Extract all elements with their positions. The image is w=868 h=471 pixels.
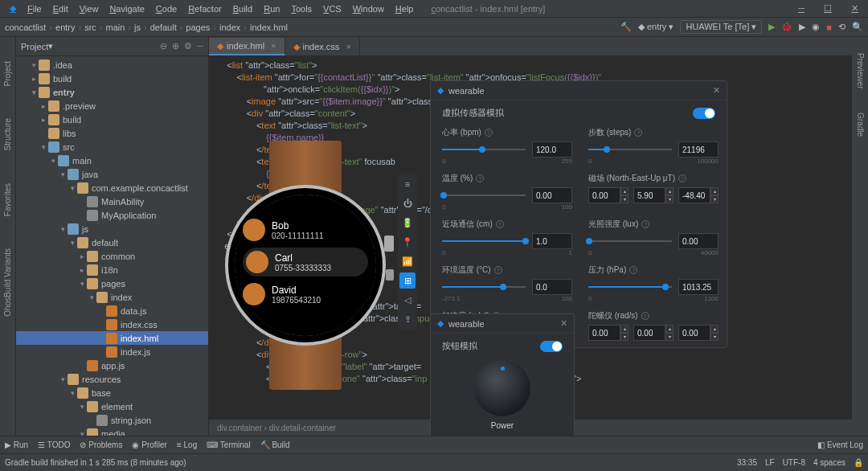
project-tree[interactable]: ▾.idea▸build▾entry▸.preview▸buildlibs▾sr… (16, 56, 208, 436)
info-icon[interactable]: ? (634, 129, 642, 137)
sensor-slider[interactable] (442, 145, 526, 154)
contact-row[interactable]: Bob020-11111111 (243, 219, 368, 241)
project-title[interactable]: Project (21, 42, 48, 51)
menu-refactor[interactable]: Refactor (183, 2, 227, 15)
rail-structure[interactable]: Structure (3, 118, 12, 151)
tree-node[interactable]: libs (16, 126, 208, 140)
tree-node[interactable]: ▾main (16, 154, 208, 167)
crumb[interactable]: main (106, 23, 125, 32)
tree-node[interactable]: ▾.idea (16, 58, 208, 72)
info-icon[interactable]: ? (496, 220, 504, 228)
run-config-dropdown[interactable]: ◆ entry ▾ (638, 22, 674, 32)
tool-run[interactable]: ▶ Run (5, 440, 28, 449)
watch-crown[interactable] (384, 236, 394, 252)
sensor-slider[interactable] (442, 236, 526, 246)
tree-node[interactable]: ▾js (16, 222, 208, 236)
profile-icon[interactable]: ◉ (812, 22, 820, 32)
tree-node[interactable]: app.js (16, 358, 208, 372)
emul-back-icon[interactable]: ◁ (399, 292, 416, 308)
button-toggle[interactable] (540, 341, 563, 352)
run-icon[interactable]: ▶ (768, 22, 775, 32)
info-icon[interactable]: ? (494, 266, 502, 274)
tree-node[interactable]: ▸build (16, 72, 208, 85)
tree-node[interactable]: ▾default (16, 236, 208, 249)
tree-node[interactable]: ▾media (16, 427, 208, 436)
menu-tools[interactable]: Tools (286, 2, 317, 15)
collapse-icon[interactable]: ⊖ (160, 41, 167, 51)
tool-build[interactable]: 🔨 Build (260, 440, 290, 449)
menu-help[interactable]: Help (391, 2, 419, 15)
event-log-button[interactable]: ◧ Event Log (817, 440, 863, 449)
sensor-panel-close[interactable]: ✕ (713, 85, 720, 96)
crumb[interactable]: index.hml (250, 23, 288, 32)
tree-node[interactable]: MainAbility (16, 195, 208, 208)
contact-row[interactable]: Carl0755-33333333 (243, 248, 368, 276)
tree-node[interactable]: ▾element (16, 399, 208, 413)
tree-node[interactable]: index.js (16, 345, 208, 358)
tree-node[interactable]: ▾pages (16, 276, 208, 290)
status-indent[interactable]: 4 spaces (813, 458, 845, 467)
rail-previewer[interactable]: Previewer (856, 53, 865, 88)
target-icon[interactable]: ⊕ (172, 41, 179, 51)
tree-node[interactable]: ▸.preview (16, 99, 208, 113)
emul-battery-icon[interactable]: 🔋 (399, 215, 416, 231)
menu-run[interactable]: Run (259, 2, 285, 15)
sensor-value-input[interactable]: 1013.25 (678, 279, 719, 295)
power-dial[interactable] (474, 360, 530, 416)
tree-node[interactable]: MyApplication (16, 208, 208, 222)
tree-node[interactable]: string.json (16, 413, 208, 427)
sensor-spinner[interactable]: 0.00▴▾ (678, 325, 719, 341)
sensor-spinner[interactable]: -48.40▴▾ (678, 187, 719, 203)
tree-node[interactable]: ▸common (16, 249, 208, 263)
tool-todo[interactable]: ☰ TODO (38, 440, 70, 449)
info-icon[interactable]: ? (678, 174, 686, 182)
sensor-value-input[interactable]: 0.00 (678, 233, 719, 249)
editor-tab[interactable]: ◆index.css× (285, 38, 360, 55)
emul-wifi-icon[interactable]: 📶 (399, 253, 416, 269)
tree-node[interactable]: ▾index (16, 290, 208, 304)
sensor-slider[interactable] (442, 190, 526, 200)
info-icon[interactable]: ? (485, 129, 493, 137)
menu-view[interactable]: View (75, 2, 104, 15)
crumb[interactable]: concactlist (5, 23, 46, 32)
close-tab-icon[interactable]: × (346, 42, 350, 51)
menu-build[interactable]: Build (228, 2, 257, 15)
tree-node[interactable]: ▾java (16, 167, 208, 181)
emul-share-icon[interactable]: ⇪ (399, 311, 416, 327)
button-panel-close[interactable]: ✕ (560, 318, 567, 329)
sensor-value-input[interactable]: 21196 (678, 141, 719, 158)
sensor-slider[interactable] (588, 236, 672, 246)
sensor-toggle[interactable] (693, 108, 715, 119)
tree-node[interactable]: data.js (16, 304, 208, 317)
editor-tab[interactable]: ◆index.hml× (209, 38, 285, 55)
rail-gradle[interactable]: Gradle (856, 113, 865, 137)
device-dropdown[interactable]: HUAWEI Te [Te] ▾ (680, 20, 762, 34)
tree-node[interactable]: ▸build (16, 113, 208, 126)
sensor-value-input[interactable]: 0.00 (532, 187, 572, 203)
search-icon[interactable]: 🔍 (852, 22, 863, 32)
sensor-value-input[interactable]: 120.0 (532, 141, 572, 158)
sync-icon[interactable]: ⟲ (838, 22, 845, 32)
sensor-slider[interactable] (588, 145, 672, 154)
tool-log[interactable]: ≡ Log (177, 440, 197, 449)
menu-navigate[interactable]: Navigate (104, 2, 149, 15)
crumb[interactable]: pages (186, 23, 210, 32)
editor-tabs[interactable]: ◆index.hml×◆index.css× (209, 37, 868, 56)
close-tab-icon[interactable]: × (271, 41, 276, 51)
status-encoding[interactable]: UTF-8 (783, 458, 805, 467)
tree-node[interactable]: ▾com.example.concactlist (16, 181, 208, 195)
info-icon[interactable]: ? (476, 174, 484, 182)
minimize-button[interactable]: ─ (793, 2, 809, 15)
watch-screen[interactable]: Bob020-11111111Carl0755-33333333David198… (235, 195, 376, 336)
tree-node[interactable]: ▾entry (16, 85, 208, 99)
contact-row[interactable]: David19876543210 (243, 283, 368, 305)
rail-favorites[interactable]: Favorites (3, 183, 12, 216)
menu-code[interactable]: Code (151, 2, 182, 15)
sensor-spinner[interactable]: 0.00▴▾ (588, 325, 628, 341)
info-icon[interactable]: ? (641, 220, 649, 228)
emul-location-icon[interactable]: 📍 (399, 234, 416, 250)
emul-sensor-icon[interactable]: ⊞ (399, 272, 416, 289)
crumb[interactable]: index (219, 23, 240, 32)
tree-node[interactable]: index.css (16, 317, 208, 331)
rail-ohos[interactable]: OhosBuild Variants (3, 248, 12, 317)
